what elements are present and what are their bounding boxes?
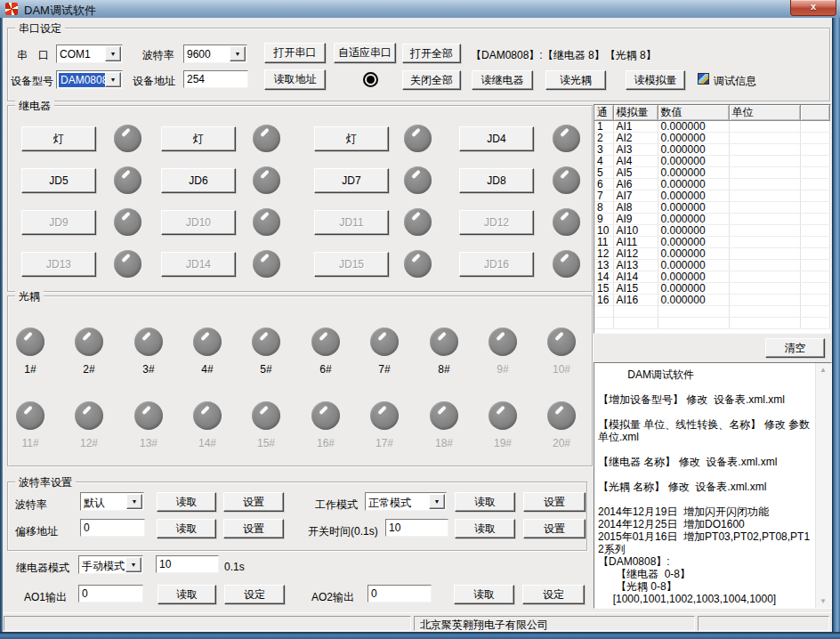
switch-time-set-button[interactable]: 设置: [523, 519, 586, 538]
cell-ch: 2: [594, 133, 613, 144]
cell-name: AI7: [613, 190, 658, 202]
work-mode-read-button[interactable]: 读取: [455, 492, 515, 512]
read-analog-button[interactable]: 读模拟量: [626, 70, 685, 90]
chevron-down-icon[interactable]: ▼: [429, 494, 445, 509]
work-mode-label: 工作模式: [315, 497, 358, 513]
log-line: 【继电器 名称】 修改 设备表.xml.xml: [598, 456, 813, 468]
model-combobox[interactable]: DAM0808 ▼: [56, 70, 123, 89]
close-all-button[interactable]: 关闭全部: [402, 70, 461, 90]
table-row[interactable]: 8AI80.000000: [594, 202, 830, 214]
table-row[interactable]: 4AI40.000000: [594, 156, 830, 167]
relay-button-2[interactable]: 灯: [161, 126, 236, 151]
close-button[interactable]: x: [790, 0, 836, 16]
chevron-down-icon[interactable]: ▼: [105, 72, 121, 87]
ao1-read-button[interactable]: 读取: [158, 585, 216, 604]
offset-read-button[interactable]: 读取: [157, 519, 216, 538]
baud-combobox[interactable]: 9600 ▼: [183, 44, 247, 63]
relay-mode-combobox[interactable]: 手动模式 ▼: [78, 555, 143, 574]
relay-button-1[interactable]: 灯: [21, 126, 96, 151]
cell-value: 0.000000: [658, 214, 729, 225]
debug-info-icon[interactable]: [698, 73, 709, 85]
relay-button-9: JD9: [21, 210, 96, 235]
relay-button-12: JD12: [459, 210, 534, 235]
cell-value: 0.000000: [658, 133, 729, 144]
table-row[interactable]: 7AI70.000000: [594, 190, 830, 202]
cell-value: 0.000000: [658, 167, 729, 179]
open-serial-button[interactable]: 打开串口: [264, 43, 326, 63]
relay-button-3[interactable]: 灯: [314, 126, 389, 151]
read-address-button[interactable]: 读取地址: [264, 69, 326, 90]
cell-empty: [658, 318, 729, 329]
relay-group: 继电器 灯灯灯JD4JD5JD6JD7JD8JD9JD10JD11JD12JD1…: [7, 105, 593, 292]
table-row[interactable]: 9AI90.000000: [594, 214, 830, 225]
table-row[interactable]: 1AI10.000000: [594, 121, 830, 133]
status-panel-right: [698, 616, 829, 631]
port-label: 串 口: [17, 48, 49, 63]
work-mode-combobox[interactable]: 正常模式 ▼: [365, 492, 447, 511]
relay-time-input[interactable]: 10: [156, 555, 219, 573]
opto-led-label-6: 6#: [303, 363, 349, 376]
read-opto-button[interactable]: 读光耦: [545, 70, 606, 90]
port-combobox[interactable]: COM1 ▼: [56, 44, 123, 63]
cell-unit: [729, 248, 800, 260]
model-value: DAM0808: [59, 73, 109, 87]
ao2-read-button[interactable]: 读取: [454, 585, 514, 604]
cell-extra: [800, 295, 830, 306]
switch-time-read-button[interactable]: 读取: [455, 519, 515, 538]
table-row[interactable]: 11AI110.000000: [594, 237, 830, 248]
work-mode-set-button[interactable]: 设置: [523, 492, 586, 512]
relay-button-8[interactable]: JD8: [459, 168, 534, 193]
log-line: 2014年12月25日 增加DO1600: [598, 518, 813, 530]
baudrate-set-button[interactable]: 设置: [223, 492, 284, 512]
switch-time-input[interactable]: 10: [385, 519, 448, 537]
scroll-up-icon[interactable]: ▲: [820, 366, 827, 374]
read-relay-button[interactable]: 读继电器: [472, 70, 533, 90]
table-row[interactable]: 14AI140.000000: [594, 271, 830, 283]
table-row[interactable]: 13AI130.000000: [594, 260, 830, 271]
address-input[interactable]: 254: [183, 70, 248, 88]
address-label: 设备地址: [133, 74, 175, 89]
table-row[interactable]: 6AI60.000000: [594, 179, 830, 190]
table-row[interactable]: 2AI20.000000: [594, 133, 830, 144]
baudrate-read-button[interactable]: 读取: [157, 492, 216, 512]
table-row[interactable]: 5AI50.000000: [594, 167, 830, 179]
relay-led-11: [404, 208, 432, 236]
table-row[interactable]: 12AI120.000000: [594, 248, 830, 260]
chevron-down-icon[interactable]: ▼: [105, 46, 121, 61]
debug-info-label[interactable]: 调试信息: [714, 74, 756, 89]
table-row[interactable]: 3AI30.000000: [594, 144, 830, 156]
table-header-1: 通: [594, 105, 613, 121]
opto-led-label-3: 3#: [125, 363, 172, 376]
ao2-input[interactable]: 0: [368, 585, 432, 603]
ao1-input[interactable]: 0: [78, 585, 143, 603]
open-all-button[interactable]: 打开全部: [402, 44, 461, 63]
chevron-down-icon[interactable]: ▼: [125, 557, 141, 572]
ao2-set-button[interactable]: 设定: [522, 585, 585, 604]
clear-button[interactable]: 清空: [765, 338, 825, 358]
scroll-down-icon[interactable]: ▼: [820, 597, 827, 605]
table-row[interactable]: 10AI100.000000: [594, 225, 830, 237]
cell-ch: 16: [594, 295, 613, 306]
cell-value: 0.000000: [658, 190, 729, 202]
baudrate-combobox[interactable]: 默认 ▼: [80, 492, 144, 511]
chevron-down-icon[interactable]: ▼: [230, 46, 246, 61]
table-row[interactable]: 15AI150.000000: [594, 283, 830, 295]
relay-button-7[interactable]: JD7: [314, 168, 389, 193]
log-scrollbar[interactable]: ▲ ▼: [815, 363, 831, 608]
relay-button-6[interactable]: JD6: [161, 168, 236, 193]
opto-led-label-11: 11#: [7, 437, 53, 449]
cell-ch: 6: [594, 179, 613, 190]
relay-button-4[interactable]: JD4: [459, 126, 534, 151]
title-bar[interactable]: DAM调试软件 x: [0, 0, 840, 19]
ao1-set-button[interactable]: 设定: [224, 585, 285, 604]
log-line: 【DAM0808】:: [598, 555, 813, 568]
offset-input[interactable]: 0: [80, 519, 145, 537]
cell-name: AI3: [613, 144, 658, 156]
chevron-down-icon[interactable]: ▼: [126, 494, 142, 509]
relay-button-5[interactable]: JD5: [21, 168, 96, 193]
table-row[interactable]: 16AI160.000000: [594, 295, 830, 306]
app-icon: [5, 3, 18, 15]
adaptive-serial-button[interactable]: 自适应串口: [334, 43, 396, 63]
offset-set-button[interactable]: 设置: [223, 519, 284, 538]
log-line: 2014年12月19日 增加闪开闪闭功能: [598, 506, 813, 518]
